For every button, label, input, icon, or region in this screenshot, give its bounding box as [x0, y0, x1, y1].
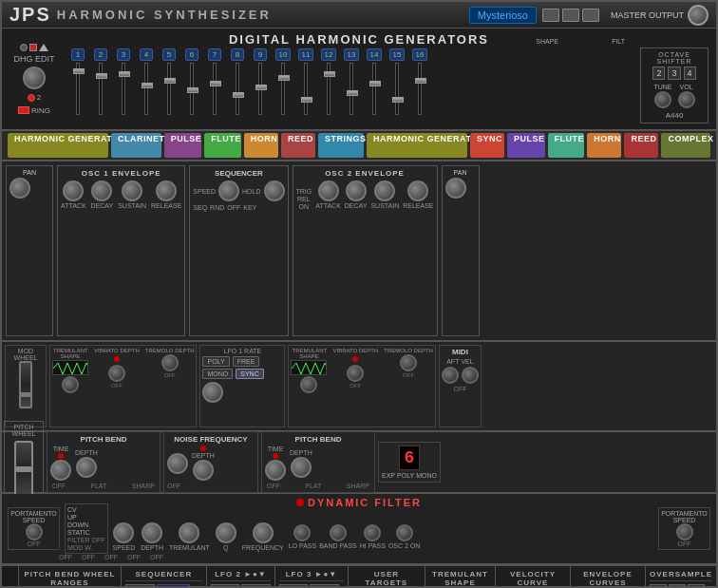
pan2-knob[interactable] — [445, 178, 466, 199]
vol-knob[interactable] — [678, 91, 695, 108]
lfo1-mono-btn[interactable]: MONO — [202, 369, 233, 379]
oct-3[interactable]: 3 — [668, 66, 680, 80]
noise-freq-knob[interactable] — [167, 453, 188, 474]
header-btn-3[interactable] — [582, 9, 599, 22]
fader-track-11[interactable] — [304, 63, 308, 115]
fader-track-6[interactable] — [190, 63, 194, 115]
portamento-knob[interactable] — [26, 523, 43, 541]
lfo1-free-btn[interactable]: FREE — [233, 356, 260, 367]
fader-track-10[interactable] — [281, 63, 285, 115]
osc1-release-knob[interactable] — [156, 180, 177, 201]
fader-track-15[interactable] — [395, 63, 399, 115]
vib-depth-knob[interactable] — [108, 365, 125, 382]
lfo1-sync-btn[interactable]: SYNC — [236, 369, 263, 379]
preset-btn-10[interactable]: FLUTE — [548, 133, 585, 158]
fader-track-8[interactable] — [236, 63, 239, 115]
preset-btn-2[interactable]: PULSE — [164, 133, 201, 158]
osc1-sustain-knob[interactable] — [122, 180, 142, 201]
lfo2-free-btn[interactable]: FREE — [241, 584, 271, 588]
osc2-trem-depth-knob[interactable] — [400, 354, 417, 371]
header-btn-2[interactable] — [562, 9, 579, 22]
hi-pass-knob[interactable] — [364, 524, 381, 541]
preset-btn-7[interactable]: HARMONIC GENERATOR — [367, 133, 467, 158]
preset-btn-6[interactable]: STRINGS — [318, 133, 364, 158]
oct-2[interactable]: 2 — [652, 66, 665, 80]
osc2-release-knob[interactable] — [407, 180, 428, 201]
filter-freq-knob[interactable] — [253, 522, 274, 543]
trem-depth-knob[interactable] — [161, 354, 179, 371]
fader-track-12[interactable] — [327, 63, 331, 115]
pan-knob[interactable] — [9, 178, 30, 199]
lfo3-poly-btn[interactable]: POLY — [279, 584, 308, 588]
pitch-wheel-rect[interactable] — [14, 441, 33, 498]
preset-btn-11[interactable]: HORN — [587, 133, 621, 158]
fader-track-4[interactable] — [144, 63, 148, 115]
dhg-edit-knob[interactable] — [23, 66, 46, 89]
osc1-attack-knob[interactable] — [63, 180, 84, 201]
osc2-trem-knob[interactable] — [300, 376, 317, 393]
osc2-decay-knob[interactable] — [346, 180, 367, 201]
fader-track-9[interactable] — [258, 63, 262, 115]
fader-track-7[interactable] — [213, 63, 217, 115]
header-btn-1[interactable] — [542, 9, 559, 22]
fader-thumb-6 — [187, 87, 198, 93]
filter-q-knob[interactable] — [216, 522, 236, 543]
filter-depth-knob[interactable] — [142, 522, 162, 543]
noise-depth-knob[interactable] — [193, 460, 214, 481]
fader-track-13[interactable] — [350, 63, 353, 115]
lo-pass-knob[interactable] — [293, 524, 311, 541]
preset-btn-9[interactable]: PULSE — [507, 133, 544, 158]
seq-gated-btn[interactable]: GATED — [157, 584, 191, 588]
midi-aft-knob[interactable] — [442, 367, 459, 384]
trem-shape-knob[interactable] — [62, 376, 79, 393]
trem-depth-label: TREMOLO DEPTH — [145, 348, 195, 353]
preset-btn-4[interactable]: HORN — [244, 133, 278, 158]
fader-track-1[interactable] — [76, 63, 80, 115]
pb1-time-knob[interactable] — [50, 460, 71, 481]
midi-vel-knob[interactable] — [462, 367, 479, 384]
fader-track-5[interactable] — [167, 63, 171, 115]
preset-btn-5[interactable]: REED — [281, 133, 315, 158]
x8-btn[interactable]: 8x — [688, 584, 705, 588]
preset-btn-3[interactable]: FLUTE — [204, 133, 241, 158]
seq-hold-knob[interactable] — [264, 180, 285, 201]
seq-speed-knob[interactable] — [218, 180, 239, 201]
fader-track-2[interactable] — [99, 63, 103, 115]
preset-display[interactable]: Mysterioso — [469, 7, 537, 24]
osc2-vib-knob[interactable] — [347, 365, 364, 382]
fader-track-14[interactable] — [372, 63, 376, 115]
master-output-knob[interactable] — [688, 5, 709, 26]
preset-btn-0[interactable]: HARMONIC GENERATOR — [8, 133, 108, 158]
seq-free-btn[interactable]: FREE — [125, 584, 155, 588]
preset-btn-12[interactable]: REED — [624, 133, 658, 158]
x4-btn[interactable]: 4x — [669, 584, 686, 588]
fader-track-3[interactable] — [122, 63, 125, 115]
osc2-mod-section: TREMULANT SHAPE VIBRATO DEPTH OFF TREMOL… — [288, 345, 435, 427]
lfo1-mode2-btns: MONO SYNC — [202, 369, 282, 379]
oct-4[interactable]: 4 — [684, 66, 696, 80]
preset-btn-13[interactable]: COMPLEX — [661, 133, 710, 158]
lfo3-free-btn[interactable]: FREE — [310, 584, 339, 588]
portamento2-knob[interactable] — [676, 523, 693, 541]
osc1-decay-label: DECAY — [91, 202, 114, 210]
dyn-filter-title: DYNAMIC FILTER — [296, 497, 422, 508]
preset-btn-8[interactable]: SYNC — [470, 133, 504, 158]
x2-btn[interactable]: 2x — [650, 584, 667, 588]
fader-track-16[interactable] — [418, 63, 422, 115]
pb2-time-knob[interactable] — [265, 460, 286, 481]
pb2-depth-knob[interactable] — [291, 457, 312, 478]
osc2-on-knob[interactable] — [396, 524, 413, 541]
pb1-depth-knob[interactable] — [76, 457, 97, 478]
lfo1-rate-knob[interactable] — [202, 382, 223, 403]
preset-btn-1[interactable]: CLARINET — [111, 133, 161, 158]
tune-knob[interactable] — [654, 91, 671, 108]
lfo2-poly-btn[interactable]: POLY — [211, 584, 239, 588]
osc2-sustain-knob[interactable] — [374, 180, 395, 201]
lfo1-poly-btn[interactable]: POLY — [202, 356, 229, 367]
filter-speed-knob[interactable] — [113, 522, 134, 543]
filter-trem-knob[interactable] — [179, 522, 199, 543]
mod-wheel-rect[interactable] — [19, 361, 32, 408]
osc1-decay-knob[interactable] — [91, 180, 112, 201]
band-pass-knob[interactable] — [330, 524, 347, 541]
osc2-attack-knob[interactable] — [318, 180, 339, 201]
